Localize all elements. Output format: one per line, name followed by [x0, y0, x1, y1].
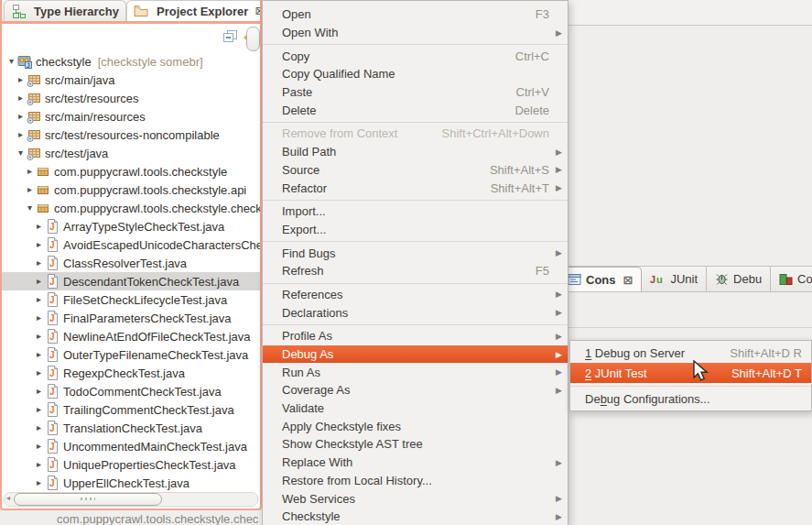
tree-expanded-arrow-icon[interactable]: ▾ — [15, 144, 27, 162]
menu-item-references[interactable]: References▶ — [263, 286, 568, 304]
tree-item-finalparameterschecktest-java[interactable]: ▸JFinalParametersCheckTest.java — [2, 309, 260, 327]
view-tab-cover[interactable]: Cover — [771, 267, 812, 291]
horizontal-scrollbar-thumb[interactable] — [14, 493, 162, 506]
tree-collapsed-arrow-icon[interactable]: ▸ — [33, 419, 45, 437]
tree-item-com-puppycrawl-tools-checkstyle-api[interactable]: ▸com.puppycrawl.tools.checkstyle.api — [2, 180, 260, 199]
tree-item-avoidescapedunicodecharacterschecktest-java[interactable]: ▸JAvoidEscapedUnicodeCharactersCheckTest… — [2, 235, 260, 254]
java-file-icon: J — [45, 384, 60, 399]
horizontal-scrollbar[interactable]: ◂ — [4, 492, 258, 507]
tree-item-checkstyle[interactable]: ▾Jcheckstyle[checkstyle somebr] — [2, 52, 260, 71]
close-icon[interactable]: ⊠ — [623, 273, 633, 287]
menu-item-run-as[interactable]: Run As▶ — [263, 363, 568, 381]
tree-collapsed-arrow-icon[interactable]: ▸ — [33, 474, 45, 492]
tree-collapsed-arrow-icon[interactable]: ▸ — [33, 309, 45, 327]
tree-item-src-main-resources[interactable]: ▸src/main/resources — [2, 107, 260, 126]
view-tab-label: Cover — [797, 272, 812, 286]
menu-item-profile-as[interactable]: Profile As▶ — [263, 327, 568, 345]
tree-collapsed-arrow-icon[interactable]: ▸ — [33, 437, 45, 455]
tab-type-hierarchy[interactable]: Type Hierarchy — [4, 0, 126, 21]
tree-item-translationchecktest-java[interactable]: ▸JTranslationCheckTest.java — [2, 419, 260, 437]
tree-collapsed-arrow-icon[interactable]: ▸ — [15, 107, 27, 126]
close-icon[interactable]: ⊠ — [254, 5, 262, 17]
tree-expanded-arrow-icon[interactable]: ▾ — [24, 199, 36, 217]
tree-item-arraytypestylechecktest-java[interactable]: ▸JArrayTypeStyleCheckTest.java — [2, 217, 260, 235]
menu-item-source[interactable]: SourceShift+Alt+S▶ — [263, 161, 568, 180]
menu-item-2-junit-test[interactable]: 2 JUnit TestShift+Alt+D T — [570, 363, 811, 383]
vertical-scrollbar-thumb[interactable] — [246, 27, 260, 51]
menu-item-find-bugs[interactable]: Find Bugs▶ — [263, 244, 568, 262]
tab-project-explorer[interactable]: Project Explorer ⊠ — [126, 0, 262, 21]
menu-item-show-checkstyle-ast-tree[interactable]: Show Checkstyle AST tree — [263, 435, 568, 454]
menu-item-apply-checkstyle-fixes[interactable]: Apply Checkstyle fixes — [263, 417, 568, 435]
menu-item-coverage-as[interactable]: Coverage As▶ — [263, 381, 568, 399]
menu-item-web-services[interactable]: Web Services▶ — [263, 489, 568, 508]
menu-item-debug-configurations[interactable]: Debug Configurations... — [570, 388, 811, 409]
tree-item-label: TrailingCommentCheckTest.java — [63, 403, 234, 417]
scroll-left-arrow-icon[interactable]: ◂ — [6, 494, 10, 502]
tree-item-filesetchecklifecycletest-java[interactable]: ▸JFileSetCheckLifecycleTest.java — [2, 290, 260, 309]
tree-item-todocommentchecktest-java[interactable]: ▸JTodoCommentCheckTest.java — [2, 382, 260, 400]
submenu-arrow-icon: ▶ — [549, 494, 562, 503]
tree-collapsed-arrow-icon[interactable]: ▸ — [24, 180, 36, 199]
menu-item-label: 1 Debug on Server — [585, 346, 730, 360]
tree-collapsed-arrow-icon[interactable]: ▸ — [33, 364, 45, 382]
tree-item-src-test-java[interactable]: ▾src/test/java — [2, 144, 260, 162]
tree-item-upperellchecktest-java[interactable]: ▸JUpperEllCheckTest.java — [2, 474, 260, 492]
tree-collapsed-arrow-icon[interactable]: ▸ — [33, 455, 45, 474]
menu-item-copy[interactable]: CopyCtrl+C — [263, 47, 568, 65]
view-tab-junit[interactable]: JuJUnit — [642, 267, 707, 291]
tree-item-uncommentedmainchecktest-java[interactable]: ▸JUncommentedMainCheckTest.java — [2, 437, 260, 455]
tree-collapsed-arrow-icon[interactable]: ▸ — [33, 290, 45, 309]
tree-collapsed-arrow-icon[interactable]: ▸ — [33, 400, 45, 419]
tree-collapsed-arrow-icon[interactable]: ▸ — [15, 89, 27, 107]
menu-item-delete[interactable]: DeleteDelete — [263, 101, 568, 119]
java-file-icon: J — [45, 347, 60, 362]
menu-item-debug-as[interactable]: Debug As▶ — [263, 345, 568, 364]
tree-collapsed-arrow-icon[interactable]: ▸ — [33, 254, 45, 272]
view-tab-debu[interactable]: Debu — [707, 267, 771, 291]
tree-expanded-arrow-icon[interactable]: ▾ — [5, 52, 17, 71]
tree-item-src-main-java[interactable]: ▸src/main/java — [2, 71, 260, 89]
menu-item-build-path[interactable]: Build Path▶ — [263, 143, 568, 161]
menu-item-paste[interactable]: PasteCtrl+V — [263, 83, 568, 102]
tree-item-outertypefilenamechecktest-java[interactable]: ▸JOuterTypeFilenameCheckTest.java — [2, 345, 260, 364]
tree-collapsed-arrow-icon[interactable]: ▸ — [15, 71, 27, 89]
tree-collapsed-arrow-icon[interactable]: ▸ — [33, 327, 45, 345]
menu-item-refresh[interactable]: RefreshF5 — [263, 262, 568, 280]
menu-item-label: Replace With — [282, 455, 549, 469]
tree-collapsed-arrow-icon[interactable]: ▸ — [33, 235, 45, 254]
menu-item-validate[interactable]: Validate — [263, 399, 568, 418]
tree-item-classresolvertest-java[interactable]: ▸JClassResolverTest.java — [2, 254, 260, 272]
tree-item-regexpchecktest-java[interactable]: ▸JRegexpCheckTest.java — [2, 364, 260, 382]
tree-item-src-test-resources-noncompilable[interactable]: ▸src/test/resources-noncompilable — [2, 126, 260, 144]
tree-collapsed-arrow-icon[interactable]: ▸ — [33, 272, 45, 290]
menu-item-open-with[interactable]: Open With▶ — [263, 24, 568, 42]
menu-item-open[interactable]: OpenF3 — [263, 5, 568, 24]
menu-item-replace-with[interactable]: Replace With▶ — [263, 454, 568, 472]
menu-item-1-debug-on-server[interactable]: 1 Debug on ServerShift+Alt+D R — [570, 343, 811, 363]
menu-item-restore-from-local-history[interactable]: Restore from Local History... — [263, 472, 568, 490]
menu-item-declarations[interactable]: Declarations▶ — [263, 303, 568, 322]
menu-separator — [570, 383, 811, 388]
tree-item-trailingcommentchecktest-java[interactable]: ▸JTrailingCommentCheckTest.java — [2, 400, 260, 419]
tree-collapsed-arrow-icon[interactable]: ▸ — [24, 162, 36, 180]
tree-item-src-test-resources[interactable]: ▸src/test/resources — [2, 89, 260, 107]
menu-item-export[interactable]: Export... — [263, 221, 568, 239]
tree-item-newlineatendoffilechecktest-java[interactable]: ▸JNewlineAtEndOfFileCheckTest.java — [2, 327, 260, 345]
tree-item-com-puppycrawl-tools-checkstyle[interactable]: ▸com.puppycrawl.tools.checkstyle — [2, 162, 260, 180]
menu-item-checkstyle[interactable]: Checkstyle▶ — [263, 508, 568, 525]
tree-collapsed-arrow-icon[interactable]: ▸ — [33, 217, 45, 235]
tree-item-label: UpperEllCheckTest.java — [63, 476, 189, 490]
collapse-all-button[interactable] — [222, 29, 238, 46]
tree-item-com-puppycrawl-tools-checkstyle-checks[interactable]: ▾com.puppycrawl.tools.checkstyle.checks — [2, 199, 260, 217]
menu-item-copy-qualified-name[interactable]: Copy Qualified Name — [263, 65, 568, 83]
tree-collapsed-arrow-icon[interactable]: ▸ — [33, 345, 45, 364]
view-tab-cons[interactable]: Cons⊠ — [558, 267, 642, 291]
tree-item-descendanttokenchecktest-java[interactable]: ▸JDescendantTokenCheckTest.java — [2, 272, 260, 290]
tree-item-uniquepropertieschecktest-java[interactable]: ▸JUniquePropertiesCheckTest.java — [2, 455, 260, 474]
svg-text:J: J — [49, 423, 55, 433]
menu-item-import[interactable]: Import... — [263, 202, 568, 221]
tree-collapsed-arrow-icon[interactable]: ▸ — [15, 126, 27, 144]
tree-collapsed-arrow-icon[interactable]: ▸ — [33, 382, 45, 400]
menu-item-refactor[interactable]: RefactorShift+Alt+T▶ — [263, 179, 568, 197]
